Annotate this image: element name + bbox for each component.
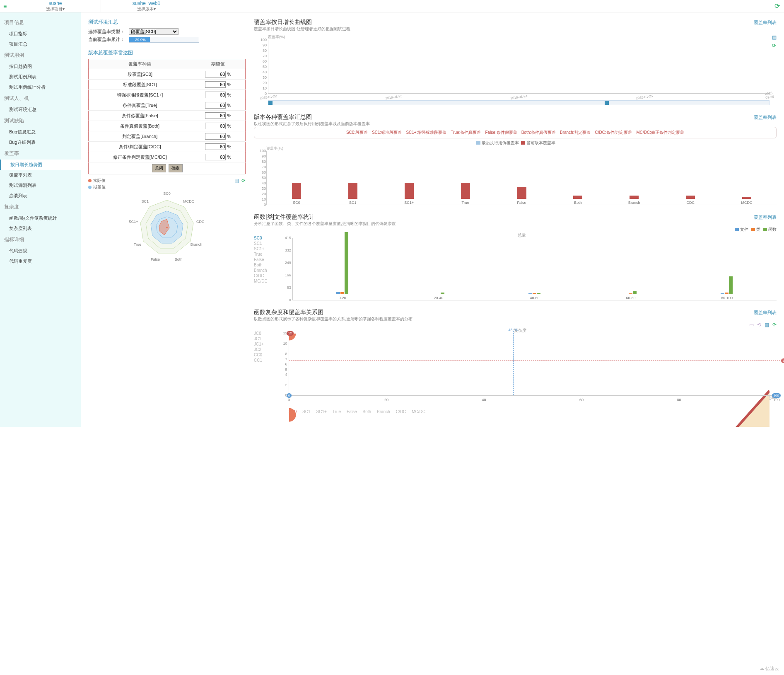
sidebar-item[interactable]: 崩溃列表 bbox=[0, 191, 81, 201]
scatter-row-item[interactable]: JC0 bbox=[254, 331, 264, 336]
table-row: 判定覆盖[Branch] % bbox=[89, 131, 246, 142]
y-tick: 0 bbox=[255, 92, 267, 96]
bar-label: SC0 bbox=[293, 201, 300, 205]
sidebar-item[interactable]: 按日趋势图 bbox=[0, 61, 81, 72]
sidebar-item[interactable]: 测试漏洞列表 bbox=[0, 180, 81, 191]
sidebar-item[interactable]: 覆盖率列表 bbox=[0, 170, 81, 180]
cov-value-input[interactable] bbox=[205, 154, 226, 160]
scatter-row-item[interactable]: JC1 bbox=[254, 336, 264, 341]
y-tick: 20 bbox=[254, 192, 266, 196]
y-tick: 6 bbox=[277, 362, 287, 366]
main-content: 测试环境汇总 选择覆盖率类型： 段覆盖[SC0] 当前覆盖率累计： 29.9% bbox=[81, 12, 784, 427]
confirm-button[interactable]: 确定 bbox=[169, 164, 183, 172]
scatter-category-list: JC0JC1JC1+JC2CC0CC1 bbox=[254, 331, 264, 414]
refresh-icon[interactable]: ⟳ bbox=[774, 2, 780, 10]
gbar-row-item[interactable]: C/DC bbox=[254, 273, 268, 278]
radar-axis-label: MCDC bbox=[183, 199, 194, 203]
gbar-row-item[interactable]: True bbox=[254, 252, 268, 256]
bar bbox=[630, 196, 639, 199]
coverage-progress-text: 29.9% bbox=[135, 38, 146, 42]
sidebar-item[interactable]: Bug详细列表 bbox=[0, 137, 81, 148]
y-tick: 60 bbox=[254, 170, 266, 174]
radar-refresh-icon[interactable]: ⟳ bbox=[241, 178, 246, 184]
gbar-row-item[interactable]: SC1+ bbox=[254, 247, 268, 251]
y-tick: 30 bbox=[255, 75, 267, 80]
gbar bbox=[340, 292, 344, 294]
cov-value-input[interactable] bbox=[205, 123, 226, 129]
radar-axis-label: False bbox=[151, 257, 160, 261]
gbar bbox=[441, 293, 444, 294]
line-chart-title: 覆盖率按日增长曲线图 bbox=[254, 19, 350, 26]
coverage-type-select[interactable]: 段覆盖[SC0] bbox=[129, 28, 179, 35]
bar-group: SC0 bbox=[268, 183, 325, 205]
y-tick: 40 bbox=[254, 181, 266, 185]
y-tick: 8 bbox=[277, 352, 287, 356]
radar-axis-label: CDC bbox=[196, 220, 205, 224]
line-chart-section: 覆盖率按日增长曲线图 覆盖率按日增长曲线图,让管理者更好的把握测试过程 覆盖率列… bbox=[254, 19, 777, 105]
sidebar-item[interactable]: 测试环境汇总 bbox=[0, 104, 81, 115]
x-tick: 80 bbox=[677, 398, 681, 402]
sidebar-item[interactable]: 函数/类/文件复杂度统计 bbox=[0, 213, 81, 223]
sidebar-item[interactable]: 代码违规 bbox=[0, 246, 81, 256]
cov-value-input[interactable] bbox=[205, 102, 226, 109]
radar-title: 版本总覆盖率雷达图 bbox=[88, 49, 246, 56]
legend-expect[interactable]: 期望值 bbox=[88, 184, 106, 190]
sidebar-item[interactable]: 代码重复度 bbox=[0, 256, 81, 266]
table-view-icon[interactable]: ▤ bbox=[234, 178, 239, 184]
gbar-category-list: SC0SC1SC1+TrueFalseBothBranchC/DCMC/DC bbox=[254, 236, 268, 300]
version-selector[interactable]: sushe_web1 选择版本▾ bbox=[101, 0, 192, 12]
time-range-slider[interactable] bbox=[268, 100, 770, 105]
legend-actual[interactable]: 实际值 bbox=[88, 178, 106, 184]
project-selector[interactable]: sushe 选择项目▾ bbox=[10, 0, 101, 12]
scatter-row-item[interactable]: JC2 bbox=[254, 347, 264, 352]
gbar-row-item[interactable]: SC1 bbox=[254, 241, 268, 246]
sidebar-item[interactable]: 按日增长趋势图 bbox=[0, 160, 81, 170]
scatter-row-item[interactable]: JC1+ bbox=[254, 342, 264, 346]
project-dropdown-label: 选择项目▾ bbox=[46, 6, 65, 12]
gbar-row-item[interactable]: False bbox=[254, 257, 268, 262]
sidebar-group: 测试缺陷 bbox=[0, 115, 81, 127]
close-button[interactable]: 关闭 bbox=[152, 164, 166, 172]
x-tick: 20 bbox=[384, 398, 388, 402]
sidebar-item[interactable]: 项目汇总 bbox=[0, 39, 81, 49]
radar-axis-label: SC1 bbox=[142, 199, 149, 203]
gbar-row-item[interactable]: Both bbox=[254, 263, 268, 267]
env-summary-title: 测试环境汇总 bbox=[88, 19, 246, 26]
radar-panel: 版本总覆盖率雷达图 覆盖率种类 期望值 段覆盖[SC0] %标准段覆盖[SC1]… bbox=[88, 49, 246, 265]
y-tick: 80 bbox=[255, 48, 267, 53]
gbar bbox=[629, 293, 632, 294]
top-bar: ≡ sushe 选择项目▾ sushe_web1 选择版本▾ ⟳ bbox=[0, 0, 784, 12]
y-tick: 4 bbox=[277, 373, 287, 377]
y-tick: 249 bbox=[279, 261, 291, 265]
y-tick: 10 bbox=[255, 86, 267, 90]
menu-icon[interactable]: ≡ bbox=[0, 3, 10, 10]
sidebar-item[interactable]: 项目指标 bbox=[0, 29, 81, 39]
cov-value-input[interactable] bbox=[205, 81, 226, 88]
x-tick: 40 bbox=[482, 398, 486, 402]
scatter-row-item[interactable]: CC0 bbox=[254, 353, 264, 357]
gbar-row-item[interactable]: MC/DC bbox=[254, 279, 268, 283]
sidebar-item[interactable]: 测试用例列表 bbox=[0, 72, 81, 82]
scatter-row-item[interactable]: CC1 bbox=[254, 358, 264, 363]
coverage-expect-table: 覆盖率种类 期望值 段覆盖[SC0] %标准段覆盖[SC1] %增强标准段覆盖[… bbox=[88, 59, 246, 174]
bar bbox=[348, 183, 357, 199]
cov-name: 条件真假覆盖[Both] bbox=[89, 121, 191, 131]
cov-value-input[interactable] bbox=[205, 71, 226, 77]
y-tick: 70 bbox=[254, 165, 266, 169]
gbar-row-item[interactable]: Branch bbox=[254, 268, 268, 273]
sidebar-item[interactable]: Bug信息汇总 bbox=[0, 127, 81, 137]
scatter-refresh-icon[interactable]: ⟳ bbox=[772, 322, 777, 328]
line-table-icon[interactable]: ▤ bbox=[772, 34, 777, 40]
cov-value-input[interactable] bbox=[205, 112, 226, 119]
cov-value-input[interactable] bbox=[205, 133, 226, 140]
radar-axis-label: SC0 bbox=[163, 191, 171, 196]
sidebar-item[interactable]: 测试用例统计分析 bbox=[0, 82, 81, 92]
coverage-list-link[interactable]: 覆盖率列表 bbox=[754, 19, 777, 26]
cov-value-input[interactable] bbox=[205, 92, 226, 98]
cov-value-input[interactable] bbox=[205, 143, 226, 150]
sidebar-item[interactable]: 复杂度列表 bbox=[0, 223, 81, 234]
line-refresh-icon[interactable]: ⟳ bbox=[772, 43, 777, 48]
gbar bbox=[537, 293, 540, 294]
svg-point-8 bbox=[289, 408, 296, 422]
gbar-row-item[interactable]: SC0 bbox=[254, 236, 268, 240]
